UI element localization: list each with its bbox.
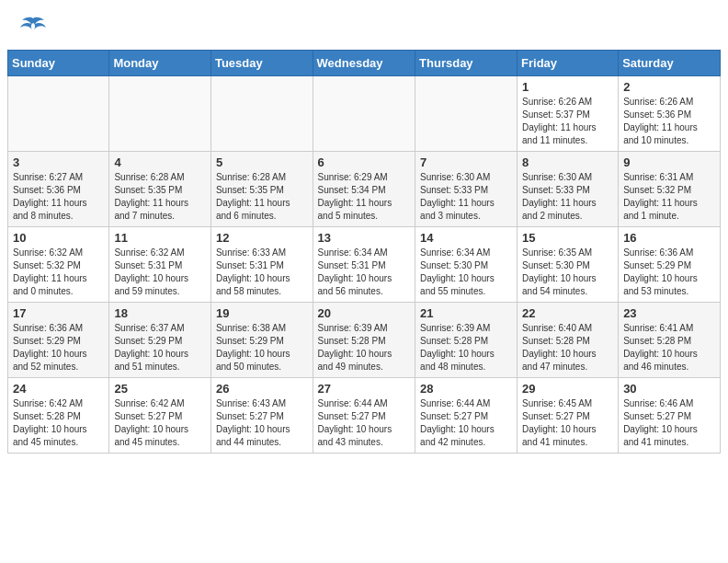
weekday-monday: Monday <box>109 51 211 76</box>
day-info: Sunrise: 6:34 AM Sunset: 5:30 PM Dayligh… <box>420 247 512 298</box>
calendar-cell: 25Sunrise: 6:42 AM Sunset: 5:27 PM Dayli… <box>109 378 211 454</box>
calendar-table: SundayMondayTuesdayWednesdayThursdayFrid… <box>7 50 721 454</box>
day-number: 26 <box>216 382 308 396</box>
day-info: Sunrise: 6:40 AM Sunset: 5:28 PM Dayligh… <box>522 322 613 373</box>
calendar-cell: 15Sunrise: 6:35 AM Sunset: 5:30 PM Dayli… <box>518 227 619 303</box>
day-number: 9 <box>623 155 715 169</box>
day-info: Sunrise: 6:43 AM Sunset: 5:27 PM Dayligh… <box>216 397 308 449</box>
day-number: 20 <box>318 306 411 320</box>
calendar-cell: 21Sunrise: 6:39 AM Sunset: 5:28 PM Dayli… <box>415 303 518 378</box>
day-info: Sunrise: 6:39 AM Sunset: 5:28 PM Dayligh… <box>318 322 411 373</box>
logo-bird-icon <box>20 17 46 40</box>
calendar-cell: 30Sunrise: 6:46 AM Sunset: 5:27 PM Dayli… <box>619 378 721 454</box>
day-number: 11 <box>114 231 206 245</box>
calendar-cell: 24Sunrise: 6:42 AM Sunset: 5:28 PM Dayli… <box>8 378 109 454</box>
calendar-cell: 28Sunrise: 6:44 AM Sunset: 5:27 PM Dayli… <box>415 378 518 454</box>
day-info: Sunrise: 6:37 AM Sunset: 5:29 PM Dayligh… <box>114 322 206 373</box>
day-info: Sunrise: 6:42 AM Sunset: 5:28 PM Dayligh… <box>13 397 104 449</box>
calendar-body: 1Sunrise: 6:26 AM Sunset: 5:37 PM Daylig… <box>8 76 721 454</box>
calendar-cell: 16Sunrise: 6:36 AM Sunset: 5:29 PM Dayli… <box>619 227 721 303</box>
weekday-header-row: SundayMondayTuesdayWednesdayThursdayFrid… <box>8 51 721 76</box>
day-info: Sunrise: 6:34 AM Sunset: 5:31 PM Dayligh… <box>318 247 411 298</box>
calendar-cell: 17Sunrise: 6:36 AM Sunset: 5:29 PM Dayli… <box>8 303 109 378</box>
day-info: Sunrise: 6:28 AM Sunset: 5:35 PM Dayligh… <box>114 171 206 223</box>
weekday-thursday: Thursday <box>415 51 518 76</box>
calendar-cell <box>109 76 211 152</box>
calendar-cell: 12Sunrise: 6:33 AM Sunset: 5:31 PM Dayli… <box>210 227 313 303</box>
day-info: Sunrise: 6:44 AM Sunset: 5:27 PM Dayligh… <box>318 397 411 449</box>
day-number: 2 <box>623 80 715 94</box>
day-number: 22 <box>522 306 613 320</box>
calendar-cell: 14Sunrise: 6:34 AM Sunset: 5:30 PM Dayli… <box>415 227 518 303</box>
day-number: 13 <box>318 231 411 245</box>
day-info: Sunrise: 6:26 AM Sunset: 5:36 PM Dayligh… <box>623 96 715 147</box>
day-number: 19 <box>216 306 308 320</box>
calendar-cell: 18Sunrise: 6:37 AM Sunset: 5:29 PM Dayli… <box>109 303 211 378</box>
day-number: 6 <box>318 155 411 169</box>
page-header <box>0 0 728 50</box>
day-number: 8 <box>522 155 613 169</box>
weekday-wednesday: Wednesday <box>313 51 415 76</box>
calendar-cell: 8Sunrise: 6:30 AM Sunset: 5:33 PM Daylig… <box>518 152 619 227</box>
day-info: Sunrise: 6:36 AM Sunset: 5:29 PM Dayligh… <box>13 322 104 373</box>
weekday-friday: Friday <box>518 51 619 76</box>
calendar-cell: 19Sunrise: 6:38 AM Sunset: 5:29 PM Dayli… <box>210 303 313 378</box>
day-number: 28 <box>420 382 512 396</box>
calendar-cell <box>415 76 518 152</box>
calendar-cell: 2Sunrise: 6:26 AM Sunset: 5:36 PM Daylig… <box>619 76 721 152</box>
day-info: Sunrise: 6:35 AM Sunset: 5:30 PM Dayligh… <box>522 247 613 298</box>
calendar-week-4: 17Sunrise: 6:36 AM Sunset: 5:29 PM Dayli… <box>8 303 721 378</box>
day-info: Sunrise: 6:45 AM Sunset: 5:27 PM Dayligh… <box>522 397 613 449</box>
day-number: 5 <box>216 155 308 169</box>
day-number: 3 <box>13 155 104 169</box>
day-number: 29 <box>522 382 613 396</box>
day-info: Sunrise: 6:33 AM Sunset: 5:31 PM Dayligh… <box>216 247 308 298</box>
calendar-cell: 27Sunrise: 6:44 AM Sunset: 5:27 PM Dayli… <box>313 378 415 454</box>
logo <box>18 17 48 40</box>
day-info: Sunrise: 6:41 AM Sunset: 5:28 PM Dayligh… <box>623 322 715 373</box>
day-info: Sunrise: 6:36 AM Sunset: 5:29 PM Dayligh… <box>623 247 715 298</box>
calendar-cell: 29Sunrise: 6:45 AM Sunset: 5:27 PM Dayli… <box>518 378 619 454</box>
calendar-cell: 1Sunrise: 6:26 AM Sunset: 5:37 PM Daylig… <box>518 76 619 152</box>
day-number: 1 <box>522 80 613 94</box>
day-number: 14 <box>420 231 512 245</box>
calendar-cell: 3Sunrise: 6:27 AM Sunset: 5:36 PM Daylig… <box>8 152 109 227</box>
day-info: Sunrise: 6:30 AM Sunset: 5:33 PM Dayligh… <box>522 171 613 223</box>
day-info: Sunrise: 6:38 AM Sunset: 5:29 PM Dayligh… <box>216 322 308 373</box>
day-info: Sunrise: 6:32 AM Sunset: 5:32 PM Dayligh… <box>13 247 104 298</box>
calendar-cell: 6Sunrise: 6:29 AM Sunset: 5:34 PM Daylig… <box>313 152 415 227</box>
calendar-cell: 23Sunrise: 6:41 AM Sunset: 5:28 PM Dayli… <box>619 303 721 378</box>
calendar-cell: 20Sunrise: 6:39 AM Sunset: 5:28 PM Dayli… <box>313 303 415 378</box>
day-info: Sunrise: 6:46 AM Sunset: 5:27 PM Dayligh… <box>623 397 715 449</box>
day-number: 12 <box>216 231 308 245</box>
weekday-saturday: Saturday <box>619 51 721 76</box>
day-number: 17 <box>13 306 104 320</box>
day-info: Sunrise: 6:29 AM Sunset: 5:34 PM Dayligh… <box>318 171 411 223</box>
calendar-cell: 7Sunrise: 6:30 AM Sunset: 5:33 PM Daylig… <box>415 152 518 227</box>
calendar-cell: 11Sunrise: 6:32 AM Sunset: 5:31 PM Dayli… <box>109 227 211 303</box>
day-info: Sunrise: 6:42 AM Sunset: 5:27 PM Dayligh… <box>114 397 206 449</box>
day-number: 18 <box>114 306 206 320</box>
day-info: Sunrise: 6:30 AM Sunset: 5:33 PM Dayligh… <box>420 171 512 223</box>
calendar-cell <box>8 76 109 152</box>
day-info: Sunrise: 6:39 AM Sunset: 5:28 PM Dayligh… <box>420 322 512 373</box>
day-number: 24 <box>13 382 104 396</box>
calendar-week-2: 3Sunrise: 6:27 AM Sunset: 5:36 PM Daylig… <box>8 152 721 227</box>
calendar-cell: 4Sunrise: 6:28 AM Sunset: 5:35 PM Daylig… <box>109 152 211 227</box>
calendar-week-5: 24Sunrise: 6:42 AM Sunset: 5:28 PM Dayli… <box>8 378 721 454</box>
day-number: 10 <box>13 231 104 245</box>
day-number: 23 <box>623 306 715 320</box>
day-number: 27 <box>318 382 411 396</box>
day-info: Sunrise: 6:26 AM Sunset: 5:37 PM Dayligh… <box>522 96 613 147</box>
weekday-sunday: Sunday <box>8 51 109 76</box>
calendar-wrapper: SundayMondayTuesdayWednesdayThursdayFrid… <box>0 50 728 461</box>
day-number: 30 <box>623 382 715 396</box>
day-info: Sunrise: 6:31 AM Sunset: 5:32 PM Dayligh… <box>623 171 715 223</box>
weekday-tuesday: Tuesday <box>210 51 313 76</box>
calendar-week-3: 10Sunrise: 6:32 AM Sunset: 5:32 PM Dayli… <box>8 227 721 303</box>
day-info: Sunrise: 6:32 AM Sunset: 5:31 PM Dayligh… <box>114 247 206 298</box>
day-number: 15 <box>522 231 613 245</box>
day-number: 7 <box>420 155 512 169</box>
calendar-cell: 26Sunrise: 6:43 AM Sunset: 5:27 PM Dayli… <box>210 378 313 454</box>
day-info: Sunrise: 6:28 AM Sunset: 5:35 PM Dayligh… <box>216 171 308 223</box>
